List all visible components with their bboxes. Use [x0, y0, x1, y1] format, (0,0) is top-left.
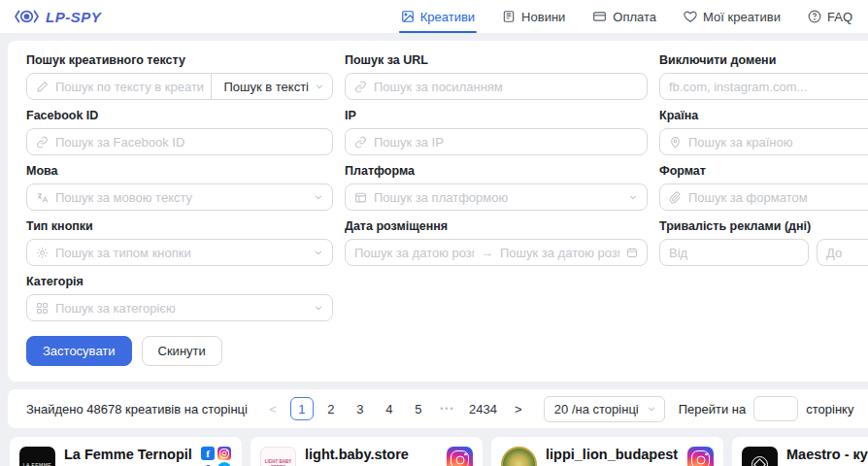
button-type-select[interactable] [26, 239, 333, 266]
nav-label: Креативи [420, 10, 475, 24]
country-input[interactable] [688, 135, 868, 150]
nav-my-creatives[interactable]: Мої креативи [684, 0, 781, 33]
arrow-right-icon: → [481, 246, 493, 260]
nav-creatives[interactable]: Креативи [401, 0, 475, 33]
language-select[interactable] [26, 183, 333, 211]
field-label: Категорія [26, 275, 333, 288]
goto-page: Перейти на сторінку [679, 396, 854, 421]
filter-country: Країна [659, 109, 868, 155]
messenger-icon [217, 462, 231, 466]
card-title: Maestro - кухні, ме замовлення в Ужго [786, 447, 868, 466]
filter-language: Мова [26, 164, 333, 211]
creative-card[interactable]: lippi_lion_budapest 2025-11-20 21:02:03 … [491, 437, 723, 466]
results-bar: Знайдено 48678 креативів на сторінці < 1… [8, 389, 868, 428]
apply-button[interactable]: Застосувати [26, 336, 132, 366]
avatar [501, 447, 537, 466]
creative-text-input[interactable] [55, 80, 204, 94]
date-range-picker[interactable]: → [345, 239, 648, 266]
nav-news[interactable]: Новини [502, 0, 565, 33]
addon-label: Пошук в тексті [223, 80, 309, 94]
logo-text: LP-SPY [46, 9, 101, 25]
top-bar: LP-SPY Креативи Новини Оплата Мої креати… [0, 0, 868, 33]
card-title: lippi_lion_budapest [546, 447, 684, 463]
filter-platform: Платформа [345, 164, 648, 211]
paperclip-icon [669, 191, 682, 204]
category-select[interactable] [26, 294, 333, 321]
card-title: light.baby.store [305, 447, 443, 463]
duration-to-input[interactable] [826, 246, 868, 260]
duration-from-input[interactable] [669, 246, 799, 260]
pagination-ellipsis[interactable]: ••• [436, 397, 459, 420]
field-label: Платформа [345, 164, 648, 178]
filter-creative-text: Пошук креативного тексту Пошук в тексті [26, 53, 333, 100]
date-from-input[interactable] [354, 246, 474, 260]
date-to-input[interactable] [500, 246, 619, 260]
button-type-input[interactable] [55, 246, 307, 260]
chevron-down-icon [314, 248, 323, 257]
field-label: Тривалість реклами (дні) [659, 219, 868, 233]
page-button-4[interactable]: 4 [378, 397, 401, 420]
logo[interactable]: LP-SPY [14, 9, 101, 25]
page-button-3[interactable]: 3 [349, 397, 372, 420]
nav-label: Новини [521, 10, 565, 24]
filter-format: Формат [659, 164, 868, 211]
platform-input[interactable] [374, 190, 621, 205]
text-search-mode-select[interactable]: Пошук в тексті [211, 74, 326, 99]
facebook-icon: f [201, 447, 215, 460]
language-input[interactable] [55, 190, 307, 205]
calendar-icon [626, 247, 638, 258]
credit-card-icon [592, 10, 607, 23]
filter-url: Пошук за URL [345, 53, 648, 100]
pencil-icon [36, 81, 49, 93]
facebook-id-input[interactable] [55, 135, 323, 150]
gear-icon [36, 247, 49, 259]
creative-card[interactable]: Maestro - кухні, ме замовлення в Ужго 20… [732, 437, 868, 466]
creative-card[interactable]: LA FEMME La Femme Ternopil 2025-11-20 21… [10, 437, 242, 466]
main-nav: Креативи Новини Оплата Мої креативи FAQ [401, 0, 852, 33]
maestro-emblem-icon [751, 456, 768, 466]
exclude-domains-input[interactable] [669, 80, 868, 94]
prev-page-button[interactable]: < [261, 397, 284, 420]
format-select[interactable] [659, 183, 868, 211]
category-input[interactable] [55, 301, 307, 316]
filter-facebook-id: Facebook ID [26, 109, 333, 155]
field-label: Тип кнопки [26, 219, 333, 233]
filter-panel: Пошук креативного тексту Пошук в тексті … [8, 41, 868, 382]
instagram-icon [687, 447, 714, 466]
question-circle-icon [808, 10, 821, 23]
filter-placement-date: Дата розміщення → [345, 219, 648, 266]
link-icon [36, 136, 49, 149]
nav-faq[interactable]: FAQ [808, 0, 852, 33]
creative-cards: LA FEMME La Femme Ternopil 2025-11-20 21… [10, 437, 868, 466]
field-label: Facebook ID [26, 109, 333, 122]
goto-page-input[interactable] [753, 396, 798, 421]
format-input[interactable] [688, 190, 868, 205]
nav-payment[interactable]: Оплата [592, 0, 656, 33]
translate-icon [36, 191, 49, 204]
page-button-2[interactable]: 2 [319, 397, 343, 420]
avatar: LIGHT BABY STORE [260, 447, 296, 466]
field-label: Дата розміщення [345, 219, 648, 233]
url-input[interactable] [374, 80, 638, 94]
field-label: IP [345, 109, 648, 122]
grid-icon [36, 302, 49, 315]
platform-select[interactable] [345, 183, 648, 211]
page-button-5[interactable]: 5 [407, 397, 430, 420]
chevron-down-icon [647, 404, 656, 414]
field-label: Мова [26, 164, 333, 178]
news-icon [502, 10, 516, 23]
chevron-down-icon [314, 192, 323, 202]
nav-label: Оплата [613, 10, 656, 24]
reset-button[interactable]: Скинути [142, 336, 222, 366]
next-page-button[interactable]: > [507, 397, 530, 420]
page-button-1[interactable]: 1 [290, 397, 314, 420]
ip-input[interactable] [374, 135, 638, 150]
chevron-down-icon [628, 192, 638, 202]
avatar: LA FEMME [19, 447, 55, 466]
creative-card[interactable]: LIGHT BABY STORE light.baby.store 2025-1… [250, 437, 483, 466]
page-size-select[interactable]: 20 /на сторінці [544, 396, 665, 422]
platform-icon [354, 191, 367, 204]
audience-network-icon [201, 462, 215, 466]
card-title: La Femme Ternopil [64, 447, 197, 463]
page-button-last[interactable]: 2434 [465, 397, 501, 420]
